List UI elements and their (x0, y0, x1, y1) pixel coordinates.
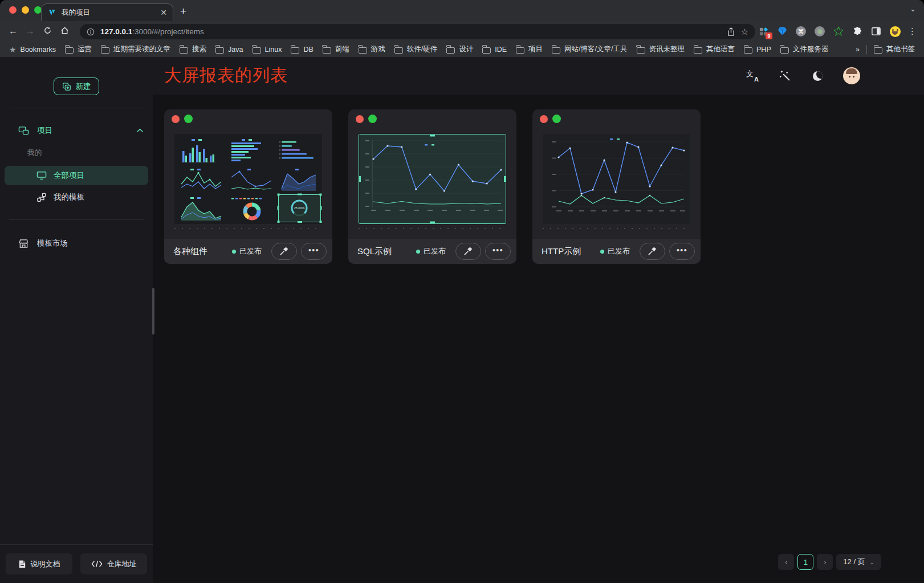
extension-gem-icon[interactable] (776, 26, 788, 37)
extension-record-icon[interactable] (814, 26, 825, 37)
bookmark-folder[interactable]: 设计 (444, 43, 475, 55)
status-dot (600, 250, 604, 254)
folder-icon (323, 47, 331, 54)
share-icon[interactable] (727, 27, 735, 36)
bookmark-star-icon[interactable]: ☆ (741, 27, 748, 37)
folder-icon (65, 47, 74, 54)
back-button[interactable]: ← (5, 26, 22, 36)
bookmark-folder[interactable]: 文件服务器 (778, 43, 831, 55)
url-bar[interactable]: 127.0.0.1:3000/#/project/items ☆ (80, 24, 755, 39)
minimize-window-button[interactable] (22, 6, 29, 14)
folder-icon (694, 47, 702, 54)
hammer-icon (463, 247, 473, 256)
copy-plus-icon (62, 82, 71, 91)
project-thumbnail (543, 134, 690, 224)
dark-mode-moon-icon[interactable] (811, 69, 824, 83)
bookmark-folder[interactable]: 软件/硬件 (392, 43, 439, 55)
edit-button[interactable] (271, 243, 297, 260)
folder-icon (637, 47, 645, 54)
current-page-button[interactable]: 1 (797, 554, 813, 570)
project-card[interactable]: SQL示例 已发布 ••• (348, 109, 516, 264)
bookmark-folder[interactable]: 近期需要读的文章 (99, 43, 173, 55)
bookmarks-overflow-button[interactable]: » (853, 44, 862, 55)
bookmark-folder[interactable]: 项目 (514, 43, 545, 55)
extensions-puzzle-icon[interactable] (852, 26, 863, 37)
page-title: 大屏报表的列表 (164, 64, 288, 87)
publish-status: 已发布 (416, 246, 446, 256)
bookmark-folder[interactable]: 运营 (63, 43, 94, 55)
dashboard-preview-chart: 25.00% (174, 134, 322, 224)
forward-button[interactable]: → (22, 26, 39, 36)
project-card[interactable]: HTTP示例 已发布 ••• (532, 109, 701, 264)
bookmark-folder[interactable]: 搜索 (177, 43, 209, 55)
more-button[interactable]: ••• (485, 243, 511, 260)
reload-button[interactable] (39, 26, 56, 37)
home-button[interactable] (56, 26, 73, 37)
project-card-list: 25.00% 各种组件 已发布 ••• (164, 109, 701, 264)
browser-menu-icon[interactable]: ⋮ (908, 26, 917, 36)
extension-star-icon[interactable] (833, 26, 844, 37)
more-button[interactable]: ••• (301, 243, 327, 260)
scrollbar-thumb[interactable] (152, 288, 154, 335)
side-panel-icon[interactable] (870, 26, 882, 37)
bookmark-folder[interactable]: 资讯未整理 (634, 43, 687, 55)
chevron-down-icon: ⌄ (870, 559, 874, 565)
favicon (47, 8, 56, 17)
bookmark-folder[interactable]: DB (288, 44, 315, 55)
folder-icon (180, 47, 188, 54)
bookmark-folder[interactable]: 游戏 (356, 43, 388, 55)
tab-search-chevron-icon[interactable]: ⌄ (910, 5, 916, 13)
bookmark-folder[interactable]: 前端 (320, 43, 352, 55)
page-size-select[interactable]: 12 / 页 ⌄ (836, 554, 881, 570)
other-bookmarks-folder[interactable]: 其他书签 (872, 43, 917, 55)
extension-badge: 9 (766, 32, 772, 39)
bookmark-folder[interactable]: PHP (742, 44, 774, 55)
sidebar-item-template-market[interactable]: 模板市场 (0, 233, 153, 254)
prev-page-button[interactable]: ‹ (778, 554, 794, 570)
bookmark-item[interactable]: ★Bookmarks (7, 44, 58, 55)
sidebar-group-mine: 我的 (0, 140, 153, 164)
edit-button[interactable] (640, 243, 665, 260)
sidebar-item-all-projects[interactable]: 全部项目 (5, 166, 148, 185)
edit-button[interactable] (455, 243, 481, 260)
card-dot-red (356, 115, 364, 123)
sidebar-section-project[interactable]: 项目 (0, 121, 153, 140)
more-button[interactable]: ••• (669, 243, 695, 260)
next-page-button[interactable]: › (817, 554, 833, 570)
project-card[interactable]: 25.00% 各种组件 已发布 ••• (164, 109, 332, 264)
folder-icon (516, 47, 524, 54)
bookmark-folder[interactable]: Linux (250, 44, 284, 55)
language-icon[interactable]: 文A (746, 69, 759, 83)
dotted-divider (174, 228, 322, 229)
pagination: ‹ 1 › 12 / 页 ⌄ (778, 554, 881, 570)
bookmark-folder[interactable]: 其他语言 (691, 43, 737, 55)
docs-button[interactable]: 说明文档 (6, 553, 72, 574)
sidebar-item-my-templates[interactable]: 我的模板 (5, 187, 148, 207)
document-icon (18, 560, 26, 569)
folder-icon (874, 47, 882, 54)
repo-button[interactable]: 仓库地址 (80, 553, 147, 574)
site-info-icon[interactable] (87, 28, 95, 36)
profile-avatar-icon[interactable] (889, 26, 901, 37)
publish-status: 已发布 (232, 246, 262, 256)
user-avatar[interactable] (843, 67, 860, 84)
card-dot-red (540, 115, 548, 123)
card-title: SQL示例 (357, 246, 416, 257)
browser-tab[interactable]: 我的项目 ✕ (41, 3, 173, 21)
divider (9, 108, 144, 108)
folder-icon (744, 47, 752, 54)
tab-close-icon[interactable]: ✕ (160, 8, 167, 17)
folder-icon (101, 47, 109, 54)
close-window-button[interactable] (9, 6, 17, 14)
bookmark-folder[interactable]: Java (213, 44, 245, 55)
card-footer: HTTP示例 已发布 ••• (532, 239, 701, 264)
bookmarks-bar: ★Bookmarks 运营 近期需要读的文章 搜索 Java Linux DB … (0, 42, 924, 57)
new-project-button[interactable]: 新建 (54, 78, 99, 95)
bookmark-folder[interactable]: 网站/博客/文章/工具 (549, 43, 629, 55)
bookmark-folder[interactable]: IDE (480, 44, 509, 55)
extension-tiles-icon[interactable]: 9 (758, 26, 769, 37)
magic-wand-icon[interactable] (778, 69, 792, 83)
new-tab-button[interactable]: + (180, 5, 186, 18)
project-thumbnail: 25.00% (174, 134, 322, 224)
extension-command-icon[interactable]: ⌘ (795, 26, 807, 37)
